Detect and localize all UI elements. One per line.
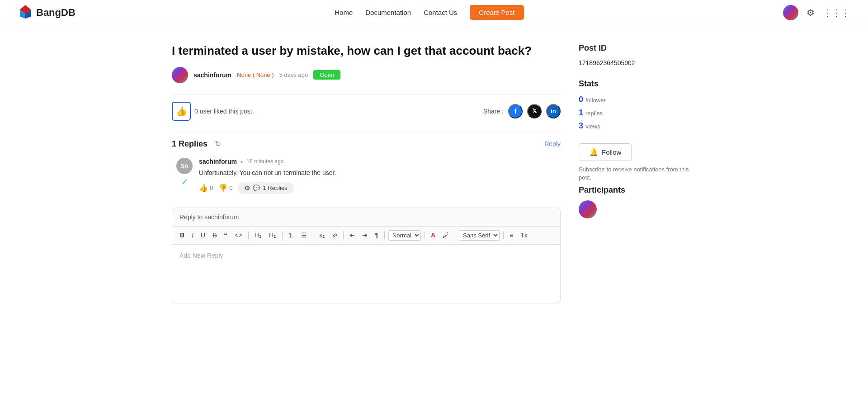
nav-home[interactable]: Home [335,9,353,16]
toolbar-h1[interactable]: H₁ [252,231,264,240]
toolbar-ul[interactable]: ☰ [299,231,309,240]
nav-links: Home Documentation Contact Us Create Pos… [335,5,524,20]
bell-icon: 🔔 [589,148,598,156]
share-facebook-button[interactable]: f [508,104,523,118]
reply-form: Reply to sachinforum B I U S ❝ <> H₁ H₂ … [172,208,561,303]
share-label: Share : [483,108,504,115]
replies-list: SA ✓ sachinforum • 18 minutes ago Unfort… [172,158,561,194]
upvote-icon: 👍 [199,184,208,192]
strikethrough-label: S [212,232,217,239]
linkedin-icon: in [551,108,556,114]
navbar-right: ⚙ ⋮⋮⋮ [783,5,850,20]
h2-label: H₂ [269,232,276,239]
comment-icon: 💬 [253,184,260,191]
reply-dot: • [241,158,243,166]
toolbar-font-select[interactable]: Sans Serif [459,230,500,241]
highlight-icon: 🖊 [443,232,449,239]
downvote-count: 0 [229,184,232,191]
sub-label: x₂ [319,232,325,239]
page-layout: I terminated a user by mistake, how can … [163,25,705,322]
logo-icon [18,4,33,21]
reply-author-initials: SA [180,162,189,169]
reply-body: sachinforum • 18 minutes ago Unfortunate… [199,158,561,194]
grid-icon[interactable]: ⋮⋮⋮ [823,7,850,18]
toolbar-h2[interactable]: H₂ [267,231,278,240]
nav-contact-us[interactable]: Contact Us [424,9,457,16]
toolbar-format-select[interactable]: Normal [388,230,421,241]
like-button[interactable]: 👍 [172,102,191,121]
toolbar-blockquote[interactable]: ❝ [222,231,230,240]
logo[interactable]: BangDB [18,4,75,21]
sidebar: Post ID 1718962364505902 Stats 0 followe… [579,43,696,303]
ol-icon: 1. [288,232,294,239]
toolbar-italic[interactable]: I [189,231,196,240]
share-twitter-button[interactable]: 𝕏 [527,104,542,118]
toolbar-sup[interactable]: x² [330,231,340,240]
reply-actions: 👍 0 👎 0 ⚙ 💬 1 Replies [199,182,561,194]
toolbar-sep-8 [503,231,504,239]
toolbar-font-color[interactable]: A [429,231,438,240]
toolbar-sep-1 [248,231,249,239]
toolbar-code[interactable]: <> [232,231,244,240]
follow-button[interactable]: 🔔 Follow [579,143,632,161]
nav-documentation[interactable]: Documentation [365,9,411,16]
text-dir-icon: ¶ [375,232,378,239]
create-post-button[interactable]: Create Post [470,5,524,20]
underline-label: U [201,232,205,239]
follower-count: 0 [579,95,583,104]
toolbar-indent-right[interactable]: ⇥ [360,231,370,240]
reply-editor[interactable]: Add New Reply [172,245,561,303]
align-icon: ≡ [509,232,513,239]
follower-label: follower [585,97,606,104]
divider-2 [172,132,561,132]
toolbar-bold[interactable]: B [178,231,187,240]
toolbar-sub[interactable]: x₂ [317,231,327,240]
toolbar-sep-5 [384,231,385,239]
toolbar-underline[interactable]: U [198,231,208,240]
share-section: Share : f 𝕏 in [483,104,561,118]
indent-left-icon: ⇤ [349,232,355,239]
italic-label: I [192,232,193,239]
refresh-icon[interactable]: ↻ [215,139,221,149]
post-status-badge: Open [313,70,340,80]
toolbar-align[interactable]: ≡ [507,231,515,240]
settings-icon[interactable]: ⚙ [807,7,815,18]
reply-text: Unfortunately, You can not un-terminate … [199,168,561,178]
participant-avatar [579,200,597,218]
toolbar-sep-4 [343,231,344,239]
toolbar-indent-left[interactable]: ⇤ [347,231,357,240]
toolbar-clear[interactable]: Tx [518,231,530,240]
share-linkedin-button[interactable]: in [546,104,561,118]
replies-stat-count: 1 [579,108,583,118]
reply-toolbar: B I U S ❝ <> H₁ H₂ 1. ☰ x₂ x² [172,227,561,245]
bold-label: B [180,232,184,239]
reply-upvote-button[interactable]: 👍 0 [199,184,213,192]
toolbar-highlight[interactable]: 🖊 [440,231,451,240]
font-color-icon: A [431,232,435,239]
user-avatar[interactable] [783,5,798,20]
follower-stat: 0 follower [579,95,696,104]
sub-replies-button[interactable]: ⚙ 💬 1 Replies [238,182,293,194]
editor-placeholder: Add New Reply [179,252,223,259]
like-count-number: 0 [194,108,198,115]
post-id-section: Post ID 1718962364505902 [579,43,696,66]
toolbar-ol[interactable]: 1. [286,231,296,240]
views-stat-label: views [585,123,600,130]
sup-label: x² [332,232,338,239]
stats-title: Stats [579,79,696,89]
like-count-text: 0 user liked this post. [194,108,254,115]
reply-downvote-button[interactable]: 👎 0 [218,184,232,192]
reply-item: SA ✓ sachinforum • 18 minutes ago Unfort… [172,158,561,194]
post-time: 5 days ago [279,71,308,78]
reply-link[interactable]: Reply [544,140,561,147]
post-meta: sachinforum None ( None ) 5 days ago Ope… [172,67,561,83]
like-share-row: 👍 0 user liked this post. Share : f 𝕏 in [172,102,561,121]
views-stat-count: 3 [579,121,583,131]
toolbar-text-dir[interactable]: ¶ [373,231,381,240]
main-content: I terminated a user by mistake, how can … [172,43,561,303]
gear-icon: ⚙ [244,184,250,192]
navbar: BangDB Home Documentation Contact Us Cre… [0,0,868,25]
toolbar-strikethrough[interactable]: S [210,231,219,240]
downvote-icon: 👎 [218,184,227,192]
indent-right-icon: ⇥ [362,232,368,239]
